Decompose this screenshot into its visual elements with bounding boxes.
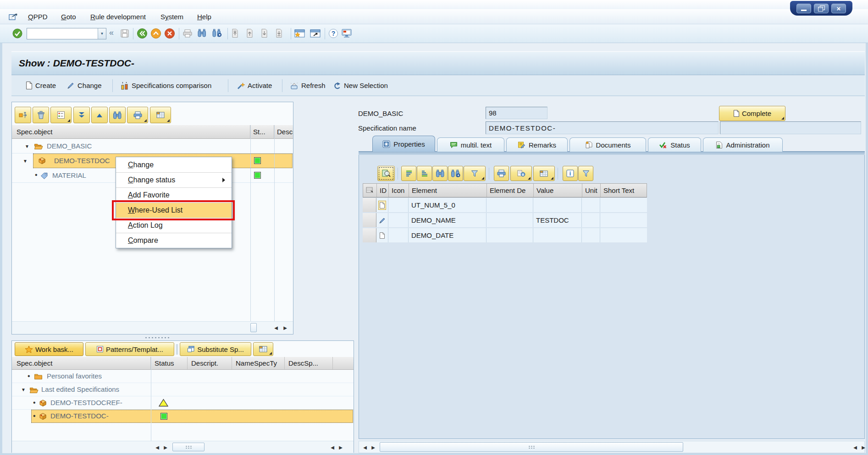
layout-views-button[interactable] <box>533 166 555 181</box>
tab-documents[interactable]: Documents <box>569 137 646 152</box>
complete-button[interactable]: Complete <box>719 106 785 121</box>
find-next-button[interactable] <box>448 166 463 181</box>
short-text-cell[interactable] <box>600 228 646 242</box>
first-page-icon[interactable] <box>231 28 239 38</box>
detail-hscrollbar-thumb[interactable] <box>380 442 683 452</box>
scroll-left-icon[interactable]: ◀ <box>154 443 161 452</box>
find-button[interactable] <box>432 166 448 181</box>
tab-work-basket[interactable]: Work bask... <box>15 342 83 356</box>
element-cell[interactable]: DEMO_NAME <box>409 213 487 227</box>
splitter-handle-icon[interactable] <box>144 336 170 339</box>
scroll-right-icon[interactable]: ▶ <box>370 443 377 452</box>
print-button[interactable] <box>182 29 193 38</box>
row-demo-testdocref[interactable]: • DEMO-TESTDOCREF- <box>12 396 354 410</box>
scroll-right-icon[interactable]: ▶ <box>162 443 169 452</box>
create-button[interactable]: Create <box>22 78 60 93</box>
next-page-icon[interactable] <box>260 28 268 38</box>
column-icon[interactable]: Icon <box>389 184 409 197</box>
grid-row-demo-date[interactable]: DEMO_DATE <box>363 228 647 242</box>
column-name-spec-ty[interactable]: NameSpecTy <box>232 357 285 369</box>
scroll-right-icon[interactable]: ▶ <box>282 323 289 332</box>
menu-help[interactable]: Help <box>194 12 214 22</box>
panel-splitter[interactable] <box>11 334 293 340</box>
workbasket-hscrollbar-thumb[interactable] <box>172 443 205 451</box>
tab-substitute-specs[interactable]: Substitute Sp... <box>180 342 251 356</box>
unit-cell[interactable] <box>582 228 600 242</box>
layout-button[interactable] <box>150 107 171 123</box>
element-de-cell[interactable] <box>487 228 533 242</box>
find-icon[interactable] <box>197 29 207 37</box>
change-button[interactable]: Change <box>63 78 106 93</box>
collapse-all-button[interactable] <box>91 107 108 123</box>
activate-button[interactable]: Activate <box>232 78 276 93</box>
tree-node-label[interactable]: DEMO-TESTDOC- <box>50 412 109 420</box>
previous-page-icon[interactable] <box>246 28 254 38</box>
detail-hscrollbar[interactable]: ◀ ▶ ◀ ▶ <box>359 441 865 453</box>
help-icon[interactable]: ? <box>328 28 338 38</box>
row-selector[interactable] <box>363 228 376 242</box>
column-descript[interactable]: Descript. <box>188 357 232 369</box>
tree-node-label[interactable]: MATERIAL <box>52 171 86 179</box>
collapse-toolbar-icon[interactable]: « <box>109 28 114 38</box>
last-page-icon[interactable] <box>275 28 283 38</box>
element-cell[interactable]: DEMO_DATE <box>409 228 487 242</box>
row-selector[interactable] <box>363 213 376 227</box>
scroll-left-icon[interactable]: ◀ <box>272 323 280 332</box>
customize-layout-icon[interactable] <box>341 29 352 38</box>
filter-button-2[interactable] <box>578 166 593 181</box>
menu-rule-development[interactable]: Rule development <box>88 12 149 22</box>
column-id[interactable]: ID <box>377 184 389 197</box>
tree-node-label[interactable]: Last edited Specifications <box>41 385 119 393</box>
value-cell[interactable] <box>533 228 582 242</box>
grid-row-demo-name[interactable]: DEMO_NAME TESTDOC <box>363 213 647 227</box>
tree-hscrollbar[interactable]: ◀ ▶ <box>12 321 293 334</box>
hierarchy-settings-button[interactable] <box>15 107 31 123</box>
refresh-button[interactable]: Refresh <box>286 78 330 93</box>
new-session-icon[interactable] <box>294 29 305 38</box>
save-button[interactable] <box>120 29 129 38</box>
command-dropdown-icon[interactable]: ▼ <box>98 28 106 39</box>
sort-ascending-button[interactable] <box>401 166 416 181</box>
tab-administration[interactable]: Administration <box>703 137 783 152</box>
unit-cell[interactable] <box>582 213 600 227</box>
menu-item-action-log[interactable]: Action Log <box>116 218 232 233</box>
element-de-cell[interactable] <box>487 198 533 212</box>
tree-node-label[interactable]: DEMO-TESTDOC <box>54 157 110 164</box>
menu-item-change[interactable]: Change <box>116 157 232 172</box>
value-cell[interactable] <box>533 198 582 212</box>
create-shortcut-icon[interactable] <box>310 29 321 38</box>
element-de-cell[interactable] <box>487 213 533 227</box>
new-selection-button[interactable]: New Selection <box>328 78 392 93</box>
select-all-cell[interactable] <box>363 184 377 197</box>
detail-button[interactable] <box>377 166 395 181</box>
back-button[interactable] <box>137 28 148 39</box>
spec-name-extra-field[interactable] <box>720 121 861 134</box>
print-button[interactable] <box>127 107 148 123</box>
unit-cell[interactable] <box>582 198 600 212</box>
enter-button[interactable] <box>12 28 23 39</box>
scroll-left-icon[interactable]: ◀ <box>361 443 369 452</box>
column-unit[interactable]: Unit <box>582 184 601 197</box>
short-text-cell[interactable] <box>600 198 646 212</box>
legend-button[interactable] <box>50 107 72 123</box>
chevron-down-icon[interactable]: ▼ <box>25 144 29 149</box>
sort-descending-button[interactable] <box>417 166 432 181</box>
export-button[interactable] <box>510 166 532 181</box>
spec-name-field[interactable]: DEMO-TESTDOC- <box>486 121 719 134</box>
find-button[interactable] <box>109 107 126 123</box>
element-cell[interactable]: UT_NUM_5_0 <box>409 198 487 212</box>
menu-qppd[interactable]: QPPD <box>25 12 50 22</box>
specifications-comparison-button[interactable]: Specifications comparison <box>116 78 216 93</box>
tab-status[interactable]: Status <box>648 137 701 152</box>
scroll-right-icon[interactable]: ▶ <box>337 443 344 452</box>
scroll-left-icon[interactable]: ◀ <box>851 443 859 452</box>
workbasket-layout-button[interactable] <box>253 342 273 356</box>
menu-system[interactable]: System <box>158 12 186 22</box>
delete-button[interactable] <box>33 107 49 123</box>
spec-type-field[interactable]: 98 <box>486 107 547 119</box>
menu-goto[interactable]: Goto <box>58 12 79 22</box>
tab-properties[interactable]: Properties <box>372 136 435 152</box>
row-selector[interactable] <box>363 198 376 212</box>
grid-row-ut-num[interactable]: UT_NUM_5_0 <box>363 198 647 212</box>
tree-hscrollbar-thumb[interactable] <box>250 323 257 332</box>
